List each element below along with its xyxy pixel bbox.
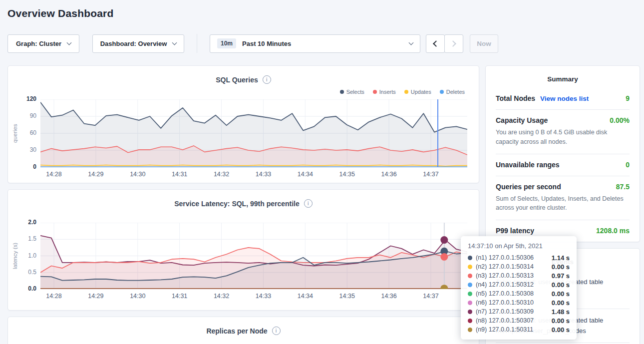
- y-axis-label: latency (s): [12, 223, 18, 289]
- x-axis-tick: 14:33: [247, 293, 279, 300]
- tooltip-row: (n7) 127.0.0.1:503091.48 s: [468, 307, 570, 316]
- chart-plot-svg: [40, 223, 467, 289]
- tooltip-value: 1.48 s: [552, 308, 570, 316]
- summary-label: P99 latency: [496, 227, 534, 235]
- summary-subtext: You are using 0 B of 4.5 GiB usable disk…: [496, 128, 630, 147]
- series-color-dot: [468, 274, 472, 278]
- legend-dot-icon: [404, 90, 408, 94]
- series-color-dot: [468, 319, 472, 323]
- page-title: Overview Dashboard: [7, 7, 644, 19]
- info-icon[interactable]: i: [272, 327, 281, 335]
- x-axis-tick: 14:28: [38, 171, 70, 178]
- legend-item-updates[interactable]: Updates: [404, 89, 431, 95]
- x-axis-tick: 14:30: [122, 293, 154, 300]
- sql-queries-panel: SQL Queries i SelectsInsertsUpdatesDelet…: [7, 65, 479, 183]
- x-axis-tick: 14:33: [247, 171, 279, 178]
- tooltip-node-label: (n7) 127.0.0.1:50309: [476, 308, 534, 315]
- summary-label: Queries per second: [496, 183, 561, 191]
- chevron-down-icon: [409, 40, 414, 45]
- summary-row-head: P99 latency1208.0 ms: [496, 227, 630, 235]
- legend-item-inserts[interactable]: Inserts: [373, 89, 396, 95]
- time-prev-button[interactable]: [426, 34, 445, 53]
- legend-dot-icon: [440, 90, 444, 94]
- x-axis-tick: 14:36: [373, 293, 405, 300]
- legend-label: Updates: [411, 89, 431, 95]
- chevron-right-icon: [450, 40, 456, 47]
- x-axis-tick: 14:34: [289, 171, 321, 178]
- chart-header: Service Latency: SQL, 99th percentile i: [8, 190, 479, 208]
- tooltip-node-label: (n6) 127.0.0.1:50310: [476, 299, 534, 306]
- summary-label: Unavailable ranges: [496, 161, 560, 169]
- summary-row: Queries per second87.5Sum of Selects, Up…: [496, 176, 630, 221]
- y-axis-tick: 0.5: [15, 269, 36, 276]
- y-axis-tick: 90: [15, 112, 36, 119]
- x-axis-tick: 14:31: [164, 293, 196, 300]
- sql-queries-chart[interactable]: 14:2814:2914:3014:3114:3214:3314:3414:35…: [40, 99, 467, 167]
- y-axis-tick: 1.5: [15, 235, 36, 242]
- summary-subtext: Sum of Selects, Updates, Inserts, and De…: [496, 194, 630, 213]
- service-latency-chart[interactable]: 14:2814:2914:3014:3114:3214:3314:3414:35…: [40, 223, 467, 289]
- tooltip-node-label: (n4) 127.0.0.1:50312: [476, 281, 534, 288]
- series-color-dot: [468, 292, 472, 296]
- tooltip-row: (n6) 127.0.0.1:503100.00 s: [468, 298, 570, 307]
- series-color-dot: [468, 301, 472, 305]
- info-icon[interactable]: i: [263, 75, 271, 84]
- x-axis-tick: 14:29: [80, 171, 112, 178]
- summary-label: Capacity Usage: [496, 116, 548, 124]
- tooltip-row: (n5) 127.0.0.1:503080.00 s: [468, 289, 570, 298]
- chart-title: Service Latency: SQL, 99th percentile: [174, 200, 300, 208]
- time-pager: [426, 34, 463, 53]
- now-button[interactable]: Now: [470, 34, 498, 53]
- toolbar-divider: [197, 34, 197, 53]
- x-axis-tick: 14:30: [122, 171, 154, 178]
- info-icon[interactable]: i: [304, 199, 313, 208]
- y-axis-tick: 2.0: [15, 219, 36, 226]
- tooltip-value: 0.00 s: [552, 299, 570, 307]
- x-axis-tick: 14:37: [415, 171, 447, 178]
- x-axis-tick: 14:35: [331, 171, 363, 178]
- view-nodes-list-link[interactable]: View nodes list: [540, 95, 589, 102]
- graph-dropdown-label: Graph: Cluster: [16, 40, 61, 47]
- x-axis-tick: 14:32: [206, 171, 238, 178]
- x-axis-tick: 14:36: [373, 171, 405, 178]
- legend-item-selects[interactable]: Selects: [340, 89, 364, 95]
- chart-plot-svg: [40, 99, 467, 167]
- summary-value: 87.5: [616, 183, 630, 191]
- time-next-button[interactable]: [444, 34, 463, 53]
- summary-row-head: Capacity Usage0.00%: [496, 116, 630, 124]
- summary-row: Total NodesView nodes list9: [496, 88, 630, 110]
- chart-legend: SelectsInsertsUpdatesDeletes: [340, 89, 465, 95]
- time-range-label: Past 10 Minutes: [242, 40, 291, 47]
- legend-item-deletes[interactable]: Deletes: [440, 89, 465, 95]
- x-axis-tick: 14:32: [206, 293, 238, 300]
- dashboard-dropdown[interactable]: Dashboard: Overview: [92, 34, 184, 53]
- crosshair-dot: [440, 253, 448, 261]
- crosshair-dot: [440, 236, 448, 244]
- time-range-dropdown[interactable]: 10m Past 10 Minutes: [210, 34, 420, 53]
- graph-dropdown[interactable]: Graph: Cluster: [7, 34, 79, 53]
- y-axis-tick: 120: [15, 95, 36, 102]
- series-color-dot: [468, 265, 472, 269]
- x-axis-tick: 14:28: [38, 293, 70, 300]
- series-color-dot: [468, 328, 472, 332]
- chevron-down-icon: [172, 40, 177, 45]
- tooltip-row: (n3) 127.0.0.1:503130.97 s: [468, 271, 570, 280]
- toolbar: Graph: Cluster Dashboard: Overview 10m P…: [7, 34, 498, 53]
- chart-title: Replicas per Node: [206, 327, 267, 335]
- summary-rows: Total NodesView nodes list9Capacity Usag…: [486, 88, 640, 242]
- tooltip-rows: (n1) 127.0.0.1:503061.14 s(n2) 127.0.0.1…: [468, 253, 570, 334]
- summary-label: Total Nodes: [496, 94, 535, 102]
- chevron-down-icon: [67, 40, 72, 45]
- x-axis-tick: 14:31: [164, 171, 196, 178]
- summary-row: Capacity Usage0.00%You are using 0 B of …: [496, 110, 630, 154]
- tooltip-value: 0.00 s: [552, 290, 570, 298]
- series-color-dot: [468, 256, 472, 260]
- chart-header: Replicas per Node i: [8, 317, 479, 335]
- summary-row-head: Queries per second87.5: [496, 183, 630, 191]
- legend-dot-icon: [340, 90, 344, 94]
- chart-header: SQL Queries i: [8, 66, 479, 84]
- y-axis-tick: 0: [15, 163, 36, 170]
- legend-dot-icon: [373, 90, 377, 94]
- summary-value: 1208.0 ms: [596, 227, 630, 235]
- series-color-dot: [468, 283, 472, 287]
